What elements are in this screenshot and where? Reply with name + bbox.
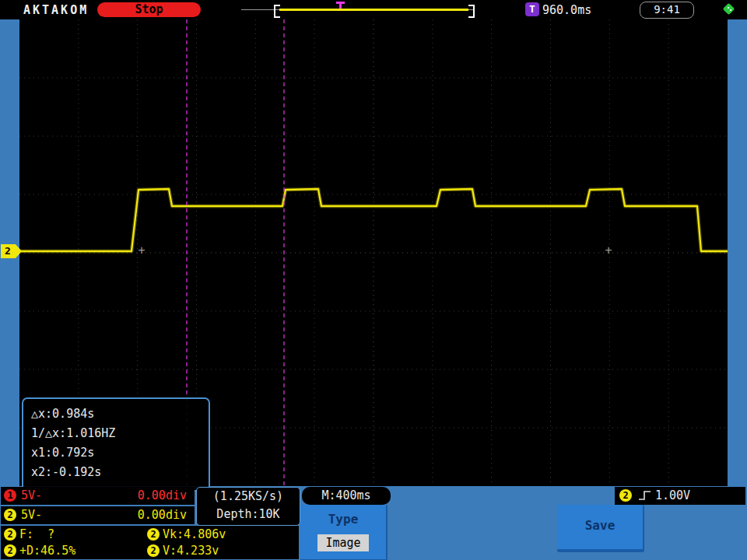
save-button-label: Save <box>557 518 643 533</box>
ch1-offset: 0.00div <box>138 488 187 503</box>
stop-button[interactable]: Stop <box>97 2 201 17</box>
ch2-offset: 0.00div <box>138 508 187 523</box>
ch2-badge: 2 <box>4 528 16 541</box>
trigger-status: 2 1.00V <box>615 487 745 505</box>
type-value-chip: Image <box>317 534 369 551</box>
measurement-voltage: V:4.233v <box>163 544 219 558</box>
ch2-badge: 2 <box>147 544 160 557</box>
ch2-badge: 2 <box>147 528 160 541</box>
measurement-row: 2 F: ? 2 Vk:4.806v <box>1 527 299 543</box>
display-window-bar <box>279 9 468 11</box>
window-bracket-left <box>274 5 280 18</box>
measurements-panel: 2 F: ? 2 Vk:4.806v 2 +D:46.5% 2 V:4.233v <box>1 526 299 559</box>
sample-rate: (1.25KS/s) <box>197 488 300 506</box>
clock: 9:41 <box>640 2 694 19</box>
measurement-frequency: F: ? <box>19 527 54 542</box>
cursor-readout-freq: 1/△x:1.016HZ <box>31 424 209 443</box>
ch1-badge: 1 <box>4 489 16 502</box>
trigger-source-badge: 2 <box>619 489 632 502</box>
trigger-position-indicator <box>241 2 479 18</box>
rising-edge-icon <box>638 489 651 502</box>
cursor-readout-x2: x2:-0.192s <box>31 463 209 482</box>
usb-device-icon <box>722 2 736 16</box>
acquisition-info: (1.25KS/s) Depth:10K <box>196 487 300 526</box>
cursor-readout-dx: △x:0.984s <box>31 404 209 424</box>
measurement-row: 2 +D:46.5% 2 V:4.233v <box>1 543 299 559</box>
memory-depth: Depth:10K <box>197 506 300 523</box>
ch2-badge: 2 <box>4 544 16 557</box>
ch1-status: 1 5V- 0.00div <box>1 487 195 505</box>
svg-text:+: + <box>605 243 612 257</box>
trigger-level: 1.00V <box>655 488 690 503</box>
brand-label: AKTAKOM <box>23 3 89 17</box>
measurement-duty: +D:46.5% <box>19 544 75 558</box>
ch2-badge: 2 <box>4 509 16 521</box>
top-bar: AKTAKOM Stop T 960.0ms 9:41 <box>0 0 747 19</box>
cursor-readout-x1: x1:0.792s <box>31 443 209 463</box>
trigger-position-marker-icon <box>336 2 345 9</box>
waveform-screen: ++ △x:0.984s 1/△x:1.016HZ x1:0.792s x2:-… <box>19 19 728 486</box>
save-button[interactable]: Save <box>557 505 644 552</box>
ch1-scale: 5V- <box>21 488 42 503</box>
measurement-vk: Vk:4.806v <box>163 527 226 542</box>
oscilloscope-ui: AKTAKOM Stop T 960.0ms 9:41 ++ △x:0.984s… <box>0 0 747 560</box>
cursor-readout-panel: △x:0.984s 1/△x:1.016HZ x1:0.792s x2:-0.1… <box>22 397 210 492</box>
trigger-t-icon: T <box>525 2 539 16</box>
status-area: 1 5V- 0.00div 2 5V- 0.00div (1.25KS/s) D… <box>0 486 747 560</box>
ch2-scale: 5V- <box>21 508 42 523</box>
window-bracket-right <box>468 5 475 18</box>
svg-text:+: + <box>138 243 145 257</box>
type-button[interactable]: Type Image <box>300 505 388 560</box>
ch2-status: 2 5V- 0.00div <box>1 506 195 524</box>
timebase-readout: M:400ms <box>302 487 391 505</box>
trigger-time-value: 960.0ms <box>542 3 591 17</box>
channel2-marker: 2 <box>1 244 22 258</box>
type-button-label: Type <box>300 512 386 527</box>
